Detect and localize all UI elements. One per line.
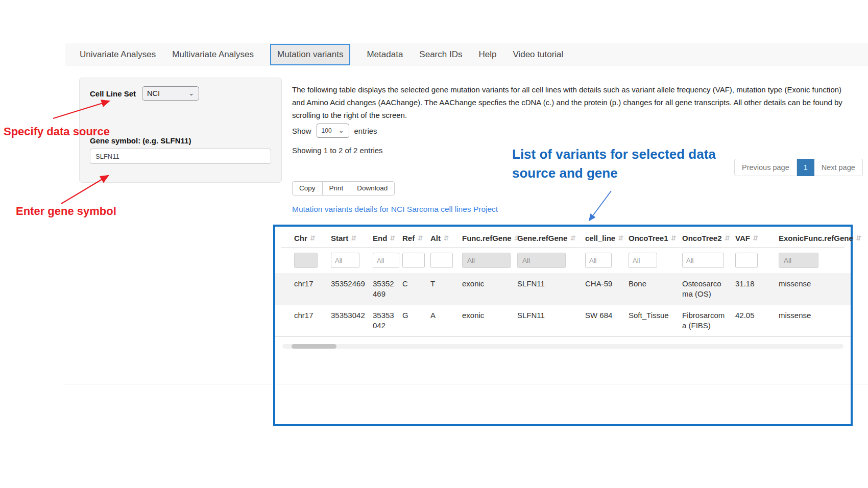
column-label: Ref — [402, 234, 415, 242]
table-header-row: Chr⇵Start⇵End⇵Ref⇵Alt⇵Func.refGene⇵Gene.… — [275, 227, 851, 248]
sort-icon[interactable]: ⇵ — [856, 234, 861, 242]
filter-input-alt[interactable] — [430, 253, 453, 268]
cell-line-set-select[interactable]: NCI ⌄ — [142, 86, 199, 101]
annotation-variants-note-line2: source and gene — [512, 164, 716, 183]
cell-exonicfunc-refgene: missense — [771, 279, 845, 299]
cell-func-refgene: exonic — [454, 279, 510, 299]
horizontal-scrollbar-track — [282, 344, 843, 349]
cell-line-set-row: Cell Line Set NCI ⌄ — [90, 86, 271, 101]
table-body: chr173535246935352469CTexonicSLFN11CHA-5… — [275, 273, 851, 336]
filter-cell-oncotree1 — [621, 253, 674, 268]
column-label: Func.refGene — [462, 234, 512, 242]
filter-input-ref[interactable] — [402, 253, 425, 268]
column-header-start[interactable]: Start⇵ — [323, 234, 365, 242]
column-header-gene-refgene[interactable]: Gene.refGene⇵ — [510, 234, 577, 242]
table-filter-row: AllAllAll — [275, 248, 851, 273]
gene-symbol-input[interactable] — [90, 149, 271, 164]
cell-alt: A — [423, 310, 454, 331]
cell-ref: C — [395, 279, 423, 299]
cell-cell-line: CHA-59 — [577, 279, 621, 299]
sort-icon[interactable]: ⇵ — [570, 234, 575, 242]
gene-symbol-label: Gene symbol: (e.g. SLFN11) — [90, 136, 271, 145]
blue-arrow-variants-table — [589, 191, 611, 221]
filter-cell-ref — [395, 253, 423, 268]
tab-search-ids[interactable]: Search IDs — [419, 50, 462, 60]
tab-help[interactable]: Help — [478, 50, 496, 60]
sort-icon[interactable]: ⇵ — [351, 234, 356, 242]
cell-vaf: 31.18 — [728, 279, 771, 299]
show-label: Show — [292, 127, 311, 135]
column-header-chr[interactable]: Chr⇵ — [286, 234, 323, 242]
page-divider-right — [853, 384, 868, 384]
filter-select-func-refgene[interactable]: All — [462, 253, 511, 268]
sort-icon[interactable]: ⇵ — [310, 234, 316, 242]
sort-icon[interactable]: ⇵ — [417, 234, 423, 242]
filter-input-start[interactable] — [331, 253, 359, 268]
cell-end: 35352469 — [365, 279, 395, 299]
filter-select-gene-refgene[interactable]: All — [517, 253, 566, 268]
page-length-select[interactable]: 100 ⌄ — [317, 124, 349, 138]
cell-ref: G — [395, 310, 423, 331]
page-1-button[interactable]: 1 — [797, 159, 814, 176]
tab-video-tutorial[interactable]: Video tutorial — [513, 50, 563, 60]
cell-start: 35353042 — [323, 310, 365, 331]
filter-cell-end — [365, 253, 395, 268]
filter-select-chr[interactable] — [294, 253, 318, 268]
column-header-exonicfunc-refgene[interactable]: ExonicFunc.refGene⇵ — [771, 234, 845, 242]
cell-start: 35352469 — [323, 279, 365, 299]
column-label: OncoTree2 — [682, 234, 722, 242]
cell-line-set-value: NCI — [147, 89, 160, 97]
filter-cell-vaf — [728, 253, 771, 268]
page-length-value: 100 — [322, 127, 332, 134]
annotation-enter-gene-symbol: Enter gene symbol — [16, 205, 116, 218]
column-header-oncotree1[interactable]: OncoTree1⇵ — [621, 234, 674, 242]
column-label: Alt — [430, 234, 441, 242]
column-header-func-refgene[interactable]: Func.refGene⇵ — [454, 234, 510, 242]
tab-metadata[interactable]: Metadata — [367, 50, 403, 60]
cell-func-refgene: exonic — [454, 310, 510, 331]
filter-input-vaf[interactable] — [735, 253, 758, 268]
filter-input-cell-line[interactable] — [585, 253, 612, 268]
cell-vaf: 42.05 — [728, 310, 771, 331]
column-label: VAF — [735, 234, 750, 242]
cell-oncotree1: Bone — [621, 279, 674, 299]
next-page-button[interactable]: Next page — [814, 159, 863, 176]
tab-mutation-variants[interactable]: Mutation variants — [270, 44, 350, 65]
cell-exonicfunc-refgene: missense — [771, 310, 845, 331]
tab-univariate-analyses[interactable]: Univariate Analyses — [80, 50, 156, 60]
table-description: The following table displays the selecte… — [292, 83, 843, 121]
chevron-down-icon: ⌄ — [188, 91, 194, 96]
table-title-link[interactable]: Mutation variants details for NCI Sarcom… — [292, 205, 498, 214]
column-label: cell_line — [585, 234, 615, 242]
sort-icon[interactable]: ⇵ — [443, 234, 449, 242]
table-row[interactable]: chr173535304235353042GAexonicSLFN11SW 68… — [275, 305, 851, 336]
annotation-variants-note: List of variants for selected data sourc… — [512, 145, 716, 183]
cell-gene-refgene: SLFN11 — [510, 279, 577, 299]
previous-page-button[interactable]: Previous page — [734, 159, 797, 176]
column-header-end[interactable]: End⇵ — [365, 234, 395, 242]
horizontal-scrollbar-thumb[interactable] — [292, 344, 336, 349]
showing-entries-text: Showing 1 to 2 of 2 entries — [292, 146, 383, 155]
navbar: Univariate AnalysesMultivariate Analyses… — [65, 43, 868, 66]
column-label: Start — [331, 234, 348, 242]
column-label: Gene.refGene — [517, 234, 567, 242]
column-header-alt[interactable]: Alt⇵ — [423, 234, 454, 242]
print-button[interactable]: Print — [322, 181, 351, 196]
export-button-group: CopyPrintDownload — [292, 181, 395, 196]
filter-input-oncotree2[interactable] — [682, 253, 724, 268]
filter-select-exonicfunc-refgene[interactable]: All — [779, 253, 818, 268]
table-row[interactable]: chr173535246935352469CTexonicSLFN11CHA-5… — [275, 273, 851, 305]
page-divider-through-table — [275, 384, 851, 384]
column-header-ref[interactable]: Ref⇵ — [395, 234, 423, 242]
column-header-cell-line[interactable]: cell_line⇵ — [577, 234, 621, 242]
copy-button[interactable]: Copy — [292, 181, 323, 196]
column-header-oncotree2[interactable]: OncoTree2⇵ — [674, 234, 728, 242]
cell-oncotree1: Soft_Tissue — [621, 310, 674, 331]
sort-icon[interactable]: ⇵ — [753, 234, 758, 242]
download-button[interactable]: Download — [350, 181, 395, 196]
filter-input-oncotree1[interactable] — [629, 253, 657, 268]
cell-chr: chr17 — [286, 279, 323, 299]
column-header-vaf[interactable]: VAF⇵ — [728, 234, 771, 242]
chevron-down-icon: ⌄ — [339, 128, 344, 133]
tab-multivariate-analyses[interactable]: Multivariate Analyses — [172, 50, 254, 60]
